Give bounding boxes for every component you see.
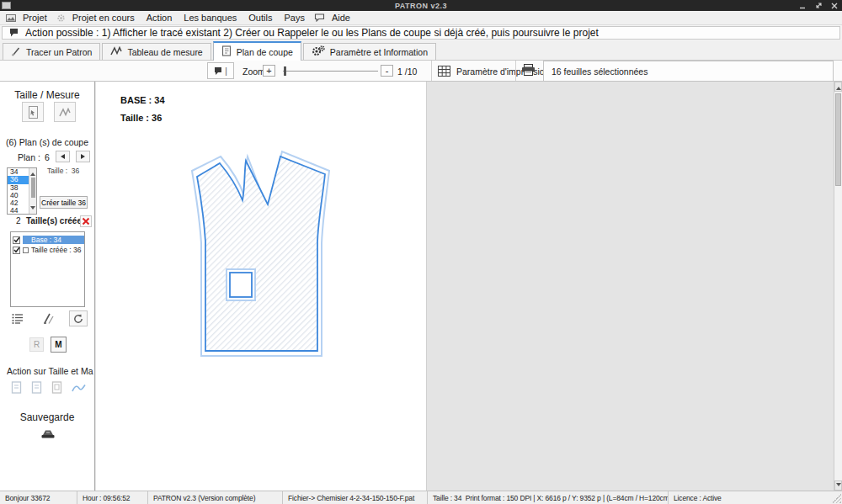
pattern-piece-base34[interactable] (197, 157, 325, 351)
action-message-box: Action possible : 1) Afficher le tracé e… (2, 26, 840, 40)
created-size-row[interactable]: Taille créée : 36 (11, 245, 84, 255)
speech-bubble-icon (314, 13, 325, 22)
document-icon (11, 381, 22, 394)
sidebar-title: Taille / Mesure (0, 89, 94, 101)
restore-icon[interactable] (814, 2, 823, 10)
cut-plan-drawing (96, 82, 427, 491)
cut-plan-document-icon (51, 381, 62, 394)
printer-icon (521, 64, 536, 76)
measure-curve-button[interactable] (54, 102, 76, 122)
delete-size-button[interactable] (80, 215, 92, 227)
list-view-button[interactable] (8, 310, 27, 326)
grid-icon (438, 66, 450, 77)
save-device-icon (40, 428, 56, 439)
zigzag-curve-icon (59, 108, 71, 117)
cut-plan-document-button[interactable] (49, 380, 64, 395)
menu-projet[interactable]: Projet (17, 13, 53, 23)
created-sizes-listbox[interactable]: Base : 34 Taille créée : 36 (10, 231, 85, 307)
document-icon (31, 381, 42, 394)
created-size-row[interactable]: Base : 34 (11, 235, 84, 245)
pen-trace-icon (11, 46, 21, 58)
plan-label: Plan : (18, 152, 40, 162)
tab-tableau-de-mesure[interactable]: Tableau de mesure (102, 43, 210, 60)
zoom-in-button[interactable]: + (263, 65, 275, 77)
refresh-button[interactable] (69, 310, 88, 326)
export-document-e-button[interactable] (8, 380, 24, 395)
tab-label: Tableau de mesure (127, 47, 202, 57)
gears-icon (312, 45, 325, 58)
menu-projet-en-cours[interactable]: Projet en cours (67, 13, 141, 23)
curve-icon (72, 383, 86, 393)
status-print-info: Taille : 34 Print format : 150 DPI | X: … (428, 491, 669, 504)
drawing-canvas[interactable]: BASE : 34 Taille : 36 (96, 82, 427, 491)
created-count: 2 (16, 216, 21, 225)
list-icon (12, 313, 24, 324)
menu-action[interactable]: Action (141, 13, 179, 23)
measure-tools-button[interactable] (39, 310, 57, 326)
scroll-up-button[interactable] (834, 82, 842, 92)
hint-toggle-button[interactable]: | (207, 62, 234, 79)
plan-navigator: Plan : 6 (0, 152, 94, 164)
create-size-button[interactable]: Créer taille 36 (40, 196, 88, 209)
m-mode-button[interactable]: M (51, 337, 67, 353)
pocket-base34[interactable] (230, 273, 252, 297)
tab-tracer-un-patron[interactable]: Tracer un Patron (3, 43, 100, 60)
menu-pays[interactable]: Pays (278, 13, 310, 23)
hint-bubble-icon (9, 25, 19, 40)
vertical-scrollbar[interactable] (834, 82, 842, 491)
menu-outils[interactable]: Outils (242, 13, 278, 23)
status-file: Fichier-> Chemisier 4-2-34-150-150-F.pat (283, 491, 428, 504)
page-indicator: 1 /10 (397, 66, 417, 77)
taille-selected-label: Taille : 36 (47, 167, 79, 175)
tab-parametre-et-information[interactable]: Paramètre et Information (303, 43, 436, 60)
action-section-title: Action sur Taille et Ma (7, 366, 94, 376)
tab-label: Plan de coupe (237, 47, 293, 57)
red-x-icon (82, 217, 90, 225)
minimize-icon[interactable] (798, 2, 807, 10)
window-controls (798, 0, 839, 11)
save-button[interactable] (40, 427, 56, 440)
print-button[interactable] (521, 64, 536, 76)
created-size-label[interactable]: Base : 34 (23, 236, 84, 244)
tab-label: Tracer un Patron (26, 47, 92, 57)
close-icon[interactable] (830, 2, 839, 10)
export-document-m-button[interactable] (29, 380, 44, 395)
r-mode-button[interactable]: R (29, 337, 44, 352)
action-message: Action possible : 1) Afficher le tracé e… (25, 27, 599, 39)
plan-prev-button[interactable] (56, 151, 70, 162)
plan-next-button[interactable] (76, 151, 90, 162)
plan-value: 6 (45, 152, 50, 162)
curve-action-button[interactable] (71, 380, 86, 395)
zoom-out-button[interactable]: - (381, 65, 393, 77)
resize-grip[interactable] (832, 494, 841, 503)
menu-aide[interactable]: Aide (326, 13, 356, 23)
sidebar: Taille / Mesure (6) Plan (s) de coupe Pl… (0, 82, 95, 491)
menu-bar: Projet Projet en cours Action Les banque… (0, 11, 842, 25)
bubble-icon (214, 66, 223, 76)
checkbox-checked[interactable] (13, 236, 20, 244)
checkbox-checked[interactable] (13, 247, 20, 254)
tab-plan-de-coupe[interactable]: Plan de coupe (213, 41, 301, 61)
scroll-down-button[interactable] (834, 480, 842, 491)
status-version: PATRON v2.3 (Version complète) (148, 491, 283, 504)
toolbar: | Zoom + - 1 /10 Paramètre d'impression … (0, 61, 842, 82)
pattern-document-button[interactable] (22, 102, 44, 122)
scroll-thumb[interactable] (31, 178, 35, 198)
zoom-slider-handle[interactable] (284, 66, 286, 76)
scroll-up-icon[interactable] (30, 170, 35, 176)
tab-label: Paramètre et Information (330, 47, 428, 57)
cut-plan-document-icon (221, 45, 232, 58)
checkbox-empty[interactable] (23, 247, 29, 253)
menu-les-banques[interactable]: Les banques (178, 13, 242, 23)
zoom-label: Zoom (242, 66, 265, 77)
size-listbox[interactable]: 34 36 38 40 42 44 (7, 167, 37, 215)
scroll-down-icon[interactable] (30, 206, 35, 212)
scrollbar-thumb[interactable] (835, 93, 841, 186)
status-bar: Bonjour 33672 Hour : 09:56:52 PATRON v2.… (0, 491, 842, 504)
title-bar: PATRON v2.3 (0, 0, 842, 11)
zoom-slider-track[interactable] (283, 71, 378, 72)
save-section-title: Sauvegarde (0, 411, 94, 423)
size-list-scrollbar[interactable] (29, 168, 36, 214)
created-size-label[interactable]: Taille créée : 36 (31, 246, 82, 254)
sheets-selected-label: 16 feuilles sélectionnées (552, 66, 647, 77)
